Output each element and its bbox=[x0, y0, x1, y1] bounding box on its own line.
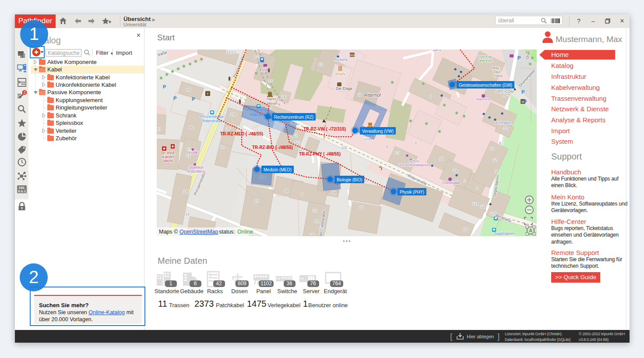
svg-text:und Schlusselservice: und Schlusselservice bbox=[398, 163, 431, 167]
svg-text:10: 10 bbox=[490, 146, 494, 151]
svg-text:Benz: Benz bbox=[433, 50, 441, 52]
svg-text:P: P bbox=[517, 55, 521, 60]
svg-text:Shishi: Shishi bbox=[335, 72, 345, 76]
svg-text:8: 8 bbox=[301, 192, 303, 196]
svg-text:Geisteswissenschaften (GW): Geisteswissenschaften (GW) bbox=[459, 82, 512, 88]
svg-text:6: 6 bbox=[415, 141, 417, 145]
svg-text:14: 14 bbox=[495, 169, 500, 174]
svg-text:6: 6 bbox=[429, 94, 432, 99]
svg-text:20: 20 bbox=[464, 227, 468, 231]
svg-text:Biologie (BIO): Biologie (BIO) bbox=[337, 177, 362, 182]
svg-text:P: P bbox=[521, 89, 524, 95]
svg-text:2b: 2b bbox=[439, 157, 443, 161]
svg-text:Echnaton: Echnaton bbox=[496, 121, 511, 125]
svg-text:TR-RZ-VW ( -/72/315): TR-RZ-VW ( -/72/315) bbox=[303, 126, 346, 131]
svg-text:2: 2 bbox=[464, 179, 466, 183]
svg-text:32: 32 bbox=[503, 126, 508, 131]
svg-text:Haus: Haus bbox=[494, 74, 503, 78]
svg-text:25: 25 bbox=[226, 127, 230, 131]
svg-text:12: 12 bbox=[318, 62, 323, 67]
svg-text:6a: 6a bbox=[331, 190, 336, 195]
svg-text:16: 16 bbox=[310, 233, 314, 236]
svg-text:108: 108 bbox=[230, 112, 236, 117]
svg-text:95: 95 bbox=[190, 125, 194, 130]
svg-text:P: P bbox=[524, 99, 527, 104]
svg-text:115: 115 bbox=[341, 145, 347, 150]
svg-text:Segitzdamm: Segitzdamm bbox=[494, 231, 514, 236]
svg-text:T: T bbox=[207, 92, 209, 96]
svg-text:125: 125 bbox=[480, 204, 486, 209]
svg-text:Kreuzberg: Kreuzberg bbox=[187, 169, 204, 174]
svg-text:12: 12 bbox=[254, 54, 259, 59]
svg-text:Aral: Aral bbox=[261, 67, 267, 72]
svg-text:Online: Online bbox=[237, 229, 253, 235]
svg-text:P: P bbox=[192, 96, 195, 102]
svg-text:Hanni: Hanni bbox=[267, 97, 276, 101]
svg-text:8: 8 bbox=[499, 141, 501, 145]
svg-text:Klemm's: Klemm's bbox=[477, 97, 490, 101]
svg-text:Kiosk: Kiosk bbox=[189, 150, 198, 155]
svg-text:P: P bbox=[163, 84, 166, 89]
svg-text:1: 1 bbox=[501, 183, 503, 188]
svg-text:127: 127 bbox=[490, 211, 496, 216]
svg-text:SOS: SOS bbox=[350, 54, 355, 57]
svg-text:A: A bbox=[529, 228, 532, 233]
svg-text:21/23: 21/23 bbox=[226, 50, 236, 54]
svg-text:Medizin (MED): Medizin (MED) bbox=[264, 167, 292, 172]
svg-text:11: 11 bbox=[360, 205, 364, 209]
svg-text:Gym Fist: Gym Fist bbox=[478, 55, 492, 59]
svg-text:AG: AG bbox=[503, 93, 508, 98]
svg-text:frictions: frictions bbox=[334, 57, 347, 62]
svg-text:Meyer: Meyer bbox=[267, 101, 278, 106]
svg-text:Wicht: Wicht bbox=[163, 159, 173, 163]
svg-text:2a: 2a bbox=[453, 168, 457, 173]
svg-text:14: 14 bbox=[315, 219, 319, 223]
svg-text:11: 11 bbox=[358, 92, 362, 97]
svg-text:Maps ©: Maps © bbox=[159, 229, 178, 235]
svg-text:status:: status: bbox=[219, 229, 235, 235]
svg-text:24: 24 bbox=[221, 145, 225, 149]
svg-text:and Kick: and Kick bbox=[479, 59, 493, 63]
svg-text:124: 124 bbox=[472, 202, 479, 206]
svg-text:8: 8 bbox=[386, 145, 388, 149]
svg-text:8a: 8a bbox=[285, 188, 289, 193]
svg-text:12: 12 bbox=[313, 209, 317, 213]
svg-text:TR-RZ-MED ( -/48/55): TR-RZ-MED ( -/48/55) bbox=[220, 131, 263, 136]
svg-text:19: 19 bbox=[185, 212, 190, 216]
svg-text:1: 1 bbox=[476, 186, 479, 190]
svg-text:Die Etage: Die Etage bbox=[336, 86, 352, 91]
svg-text:TR-RZ-BIO ( -/48/55): TR-RZ-BIO ( -/48/55) bbox=[252, 145, 293, 150]
svg-text:Schuh-: Schuh- bbox=[409, 159, 420, 163]
svg-text:Ritterhof: Ritterhof bbox=[364, 93, 381, 98]
svg-text:12: 12 bbox=[493, 158, 497, 162]
svg-text:0.0.1: 0.0.1 bbox=[18, 189, 26, 193]
svg-text:Chertludde: Chertludde bbox=[442, 181, 461, 185]
svg-text:19: 19 bbox=[183, 189, 188, 194]
svg-text:P: P bbox=[173, 96, 176, 101]
svg-text:Home: Home bbox=[551, 51, 569, 58]
svg-text:Verwaltung (VW): Verwaltung (VW) bbox=[362, 128, 394, 134]
svg-text:13: 13 bbox=[320, 227, 324, 231]
svg-text:6-7: 6-7 bbox=[394, 151, 400, 155]
svg-text:TR-RZ-PHY ( -/48/55): TR-RZ-PHY ( -/48/55) bbox=[299, 151, 341, 156]
svg-text:113: 113 bbox=[295, 140, 301, 145]
svg-text:Physik (PHY): Physik (PHY) bbox=[400, 189, 424, 195]
svg-text:15: 15 bbox=[268, 79, 273, 83]
svg-text:10: 10 bbox=[254, 199, 259, 203]
svg-text:Rechenzentrum (RZ): Rechenzentrum (RZ) bbox=[274, 114, 313, 120]
svg-text:Prinzenstraße/: Prinzenstraße/ bbox=[200, 114, 225, 119]
svg-text:16: 16 bbox=[282, 95, 286, 99]
svg-text:99: 99 bbox=[187, 88, 191, 92]
svg-text:97: 97 bbox=[157, 127, 161, 131]
svg-text:OpenStreetMap: OpenStreetMap bbox=[179, 229, 218, 235]
svg-text:3: 3 bbox=[23, 90, 25, 95]
